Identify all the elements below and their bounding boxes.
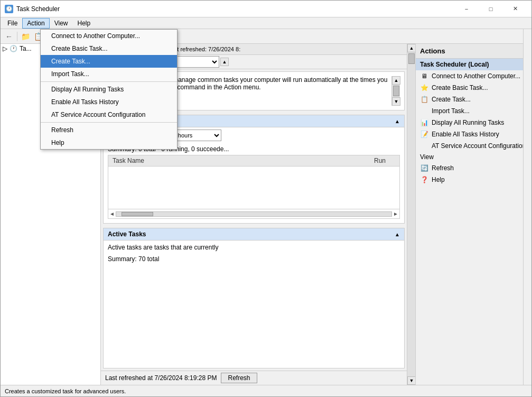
table-header: Task Name Run bbox=[108, 155, 399, 167]
vscroll-thumb[interactable] bbox=[408, 53, 415, 64]
menu-action[interactable]: Action bbox=[22, 18, 49, 29]
action-at-service[interactable]: AT Service Account Configuration bbox=[416, 140, 531, 152]
help-icon: ❓ bbox=[420, 176, 428, 184]
last-refreshed-text: Last refreshed at 7/26/2024 8:19:28 PM bbox=[105, 374, 217, 382]
create-basic-label: Create Basic Task... bbox=[432, 84, 488, 91]
help-label: Help bbox=[432, 176, 445, 183]
scroll-up-btn[interactable]: ▲ bbox=[220, 58, 229, 66]
action-help[interactable]: ❓ Help bbox=[416, 174, 531, 186]
action-enable-history[interactable]: 📝 Enable All Tasks History bbox=[416, 128, 531, 140]
folder-button[interactable]: 📁 bbox=[19, 31, 32, 42]
toolbar-separator bbox=[17, 32, 17, 41]
import-label: Import Task... bbox=[432, 107, 470, 115]
create-basic-icon: ⭐ bbox=[420, 84, 428, 92]
menu-bar: File Action View Help bbox=[1, 17, 531, 29]
menu-import[interactable]: Import Task... bbox=[41, 68, 177, 80]
main-window: 🕐 Task Scheduler − □ ✕ File Action View … bbox=[0, 0, 532, 397]
menu-enable-history[interactable]: Enable All Tasks History bbox=[41, 96, 177, 108]
menu-help[interactable]: Help bbox=[73, 18, 96, 29]
h-scroll-area: ◄ ► bbox=[108, 209, 399, 218]
center-vscrollbar: ▲ ▼ bbox=[407, 44, 415, 385]
right-panel-title: Actions bbox=[416, 44, 531, 59]
connect-icon: 🖥 bbox=[420, 72, 428, 80]
menu-file[interactable]: File bbox=[3, 18, 22, 29]
maximize-button[interactable]: □ bbox=[479, 1, 503, 17]
desc-scroll-down[interactable]: ▼ bbox=[392, 97, 400, 106]
menu-create-task[interactable]: Create Task... bbox=[41, 55, 177, 68]
tree-label: Ta... bbox=[20, 45, 32, 52]
import-icon bbox=[420, 107, 428, 115]
right-vscrollbar bbox=[523, 44, 531, 385]
app-icon: 🕐 bbox=[5, 5, 13, 13]
menu-connect[interactable]: Connect to Another Computer... bbox=[41, 30, 177, 42]
refresh-icon: 🔄 bbox=[420, 164, 428, 172]
running-icon: 📊 bbox=[420, 118, 428, 127]
create-task-icon: 📋 bbox=[420, 95, 428, 104]
bottom-bar: Last refreshed at 7/26/2024 8:19:28 PM R… bbox=[101, 371, 407, 385]
actions-group-label: Task Scheduler (Local) bbox=[420, 61, 489, 68]
right-panel: Actions Task Scheduler (Local) ▲ 🖥 Conne… bbox=[415, 44, 531, 385]
menu-help[interactable]: Help bbox=[41, 136, 177, 149]
desc-scroll-track bbox=[392, 85, 400, 97]
menu-view[interactable]: View bbox=[50, 18, 73, 29]
desc-scroll-thumb[interactable] bbox=[393, 86, 399, 96]
title-bar: 🕐 Task Scheduler − □ ✕ bbox=[1, 1, 531, 17]
action-view[interactable]: View ▶ bbox=[416, 152, 531, 162]
table-body bbox=[108, 167, 399, 209]
menu-refresh[interactable]: Refresh bbox=[41, 124, 177, 136]
expand-icon: ▷ bbox=[3, 45, 7, 52]
at-service-icon bbox=[420, 142, 428, 150]
menu-at-service[interactable]: AT Service Account Configuration bbox=[41, 108, 177, 121]
action-display-running[interactable]: 📊 Display All Running Tasks bbox=[416, 117, 531, 128]
vscroll-track bbox=[407, 52, 415, 376]
refresh-button[interactable]: Refresh bbox=[221, 373, 257, 383]
h-scroll-track[interactable] bbox=[116, 211, 392, 217]
col-run: Run bbox=[374, 157, 395, 164]
tree-icon: 🕐 bbox=[10, 45, 17, 52]
h-scroll-right[interactable]: ► bbox=[393, 211, 398, 217]
connect-label: Connect to Another Computer... bbox=[432, 72, 520, 80]
action-create-basic[interactable]: ⭐ Create Basic Task... bbox=[416, 82, 531, 94]
back-button[interactable]: ← bbox=[3, 31, 15, 42]
status-bar: Creates a customized task for advanced u… bbox=[1, 385, 531, 396]
col-taskname: Task Name bbox=[113, 157, 374, 164]
active-tasks-header: Active Tasks ▲ bbox=[104, 228, 404, 241]
create-task-label: Create Task... bbox=[432, 96, 471, 103]
menu-sep2 bbox=[41, 122, 177, 123]
running-label: Display All Running Tasks bbox=[432, 119, 504, 126]
action-import[interactable]: Import Task... bbox=[416, 105, 531, 117]
vscroll-down[interactable]: ▼ bbox=[407, 376, 416, 385]
window-title: Task Scheduler bbox=[16, 5, 454, 13]
action-dropdown-menu: Connect to Another Computer... Create Ba… bbox=[40, 29, 178, 150]
menu-create-basic[interactable]: Create Basic Task... bbox=[41, 42, 177, 55]
action-create-task[interactable]: 📋 Create Task... bbox=[416, 94, 531, 105]
window-controls: − □ ✕ bbox=[454, 1, 527, 17]
h-scroll-left[interactable]: ◄ bbox=[109, 211, 115, 217]
task-table: Task Name Run ◄ ► bbox=[108, 155, 400, 219]
h-scroll-thumb[interactable] bbox=[122, 212, 153, 216]
minimize-button[interactable]: − bbox=[454, 1, 479, 17]
vscroll-up[interactable]: ▲ bbox=[407, 44, 416, 52]
action-refresh[interactable]: 🔄 Refresh bbox=[416, 162, 531, 174]
refresh-label: Refresh bbox=[432, 164, 454, 172]
active-tasks-panel: Active Tasks ▲ Active tasks are tasks th… bbox=[103, 228, 405, 368]
active-tasks-desc: Active tasks are tasks that are currentl… bbox=[104, 241, 404, 254]
menu-display-running[interactable]: Display All Running Tasks bbox=[41, 83, 177, 96]
active-tasks-summary: Summary: 70 total bbox=[104, 254, 404, 266]
action-connect[interactable]: 🖥 Connect to Another Computer... bbox=[416, 70, 531, 82]
desc-scroll-up[interactable]: ▲ bbox=[392, 76, 400, 85]
history-label: Enable All Tasks History bbox=[432, 131, 499, 138]
menu-sep1 bbox=[41, 81, 177, 82]
at-service-label: AT Service Account Configuration bbox=[432, 142, 526, 150]
view-label: View bbox=[420, 153, 434, 161]
actions-group-header: Task Scheduler (Local) ▲ bbox=[416, 59, 531, 70]
history-icon: 📝 bbox=[420, 130, 428, 139]
status-text: Creates a customized task for advanced u… bbox=[5, 388, 126, 394]
close-button[interactable]: ✕ bbox=[503, 1, 527, 17]
